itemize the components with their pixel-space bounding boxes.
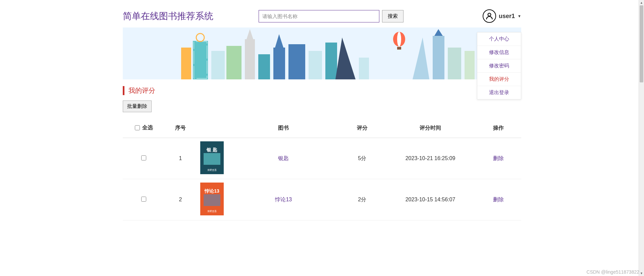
header-op: 操作 [476, 118, 521, 138]
header: 简单在线图书推荐系统 搜索 user1 ▼ 个人中心修改信息修改密码我的评分退出… [123, 0, 521, 27]
svg-text:悖论13: 悖论13 [204, 188, 219, 194]
svg-rect-24 [448, 48, 461, 79]
row-time: 2023-10-15 14:56:07 [385, 179, 476, 220]
dropdown-item[interactable]: 个人中心 [477, 32, 521, 46]
svg-point-19 [397, 32, 401, 47]
header-rating: 评分 [339, 118, 385, 138]
svg-rect-14 [309, 51, 322, 79]
book-cover-image[interactable]: 悖论13 东野圭吾 [200, 183, 224, 215]
svg-rect-10 [258, 54, 270, 79]
section-title: 我的评分 [123, 86, 521, 95]
row-seq: 2 [165, 179, 196, 220]
book-title-link[interactable]: 银匙 [278, 155, 289, 161]
svg-text:东野圭吾: 东野圭吾 [207, 210, 217, 213]
table-row: 2 悖论13 东野圭吾 悖论13 2分 2023-10-15 14:56:07 … [123, 179, 521, 220]
caret-down-icon: ▼ [518, 14, 521, 18]
book-cover-image[interactable]: 银 匙 东野圭吾 [200, 141, 224, 174]
svg-rect-20 [397, 47, 401, 50]
header-book: 图书 [228, 118, 339, 138]
user-name: user1 [499, 13, 515, 20]
svg-point-0 [488, 13, 491, 16]
table-row: 1 银 匙 东野圭吾 银匙 5分 2023-10-21 16:25:09 删除 [123, 138, 521, 179]
select-all-label: 全选 [142, 124, 153, 131]
search-input[interactable] [259, 10, 379, 22]
header-time: 评分时间 [385, 118, 476, 138]
svg-rect-25 [465, 51, 475, 79]
svg-rect-22 [433, 36, 444, 79]
header-seq: 序号 [165, 118, 196, 138]
banner-image [123, 27, 521, 79]
scroll-thumb[interactable] [640, 5, 643, 82]
ratings-table: 全选 序号 图书 评分 评分时间 操作 1 银 匙 东野圭吾 [123, 118, 521, 220]
svg-text:银 匙: 银 匙 [206, 147, 217, 152]
search-button[interactable]: 搜索 [382, 10, 404, 22]
search-form: 搜索 [259, 10, 404, 22]
row-seq: 1 [165, 138, 196, 179]
batch-delete-button[interactable]: 批量删除 [123, 100, 152, 112]
scroll-up-icon[interactable]: ▲ [639, 0, 644, 5]
user-menu-trigger[interactable]: user1 ▼ 个人中心修改信息修改密码我的评分退出登录 [483, 9, 521, 23]
select-all-checkbox[interactable] [135, 125, 140, 130]
dropdown-item[interactable]: 我的评分 [477, 73, 521, 86]
svg-rect-13 [288, 44, 305, 79]
row-rating: 2分 [339, 179, 385, 220]
row-checkbox[interactable] [141, 197, 146, 202]
site-title: 简单在线图书推荐系统 [123, 10, 213, 22]
svg-rect-7 [226, 46, 241, 79]
dropdown-item[interactable]: 退出登录 [477, 86, 521, 99]
dropdown-item[interactable]: 修改密码 [477, 59, 521, 73]
svg-rect-31 [204, 194, 220, 206]
scrollbar[interactable]: ▲ ▼ [639, 0, 644, 220]
svg-rect-2 [181, 48, 191, 79]
row-time: 2023-10-21 16:25:09 [385, 138, 476, 179]
svg-rect-27 [204, 153, 220, 165]
delete-link[interactable]: 删除 [493, 197, 504, 202]
row-rating: 5分 [339, 138, 385, 179]
book-title-link[interactable]: 悖论13 [275, 197, 292, 202]
dropdown-item[interactable]: 修改信息 [477, 46, 521, 59]
delete-link[interactable]: 删除 [493, 155, 504, 161]
row-checkbox[interactable] [141, 155, 146, 160]
svg-rect-6 [211, 51, 225, 79]
user-dropdown: 个人中心修改信息修改密码我的评分退出登录 [477, 32, 521, 99]
svg-rect-11 [273, 48, 285, 79]
svg-rect-15 [325, 43, 337, 79]
svg-text:东野圭吾: 东野圭吾 [207, 169, 217, 171]
svg-rect-17 [359, 58, 369, 79]
svg-rect-8 [245, 39, 255, 79]
svg-rect-3 [193, 41, 208, 79]
avatar-icon [483, 9, 496, 23]
